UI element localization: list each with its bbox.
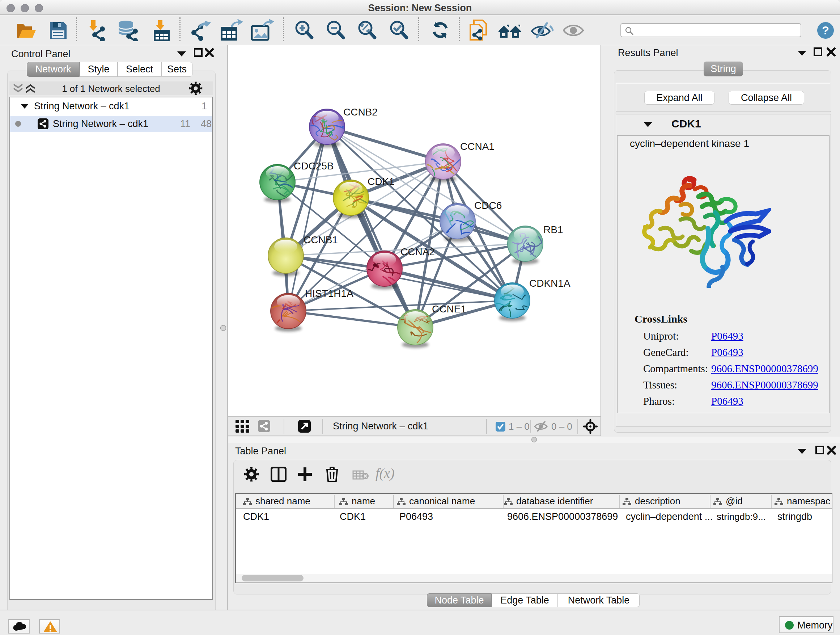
svg-text:CCNE1: CCNE1 <box>432 303 466 315</box>
svg-text:?: ? <box>822 24 829 37</box>
svg-text:CCNA2: CCNA2 <box>401 246 435 257</box>
svg-text:CCNB2: CCNB2 <box>343 106 378 118</box>
svg-text:HIST1H1A: HIST1H1A <box>305 288 354 299</box>
svg-text:CCNA1: CCNA1 <box>460 141 494 152</box>
svg-text:CDK1: CDK1 <box>368 176 395 187</box>
svg-text:CCNB1: CCNB1 <box>303 234 338 245</box>
svg-text:RB1: RB1 <box>543 224 563 235</box>
svg-text:CDC6: CDC6 <box>474 200 502 211</box>
svg-text:CDKN1A: CDKN1A <box>529 278 570 289</box>
svg-text:CDC25B: CDC25B <box>294 160 333 172</box>
